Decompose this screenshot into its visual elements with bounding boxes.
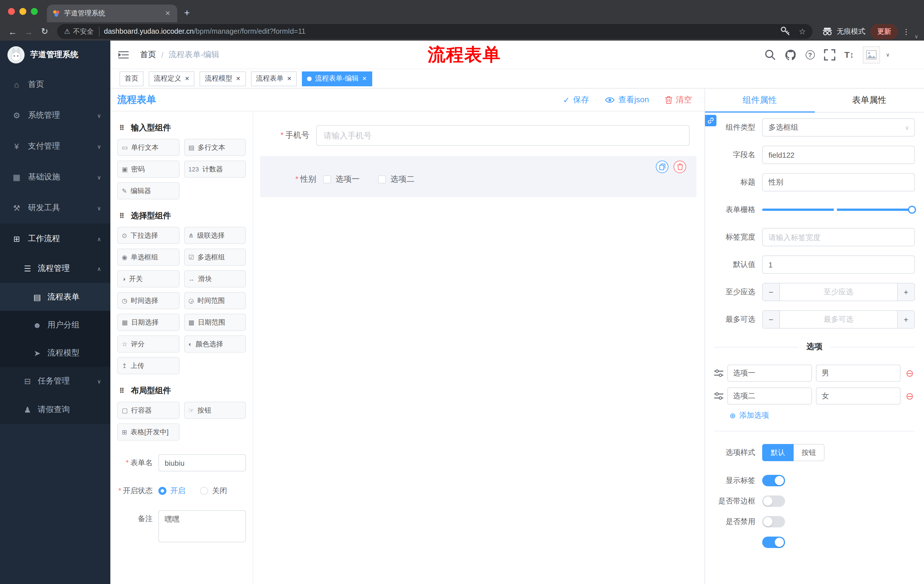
tag-process-form[interactable]: 流程表单✕ (251, 71, 297, 86)
search-icon[interactable] (764, 49, 776, 60)
field-name-input[interactable] (762, 146, 915, 164)
user-avatar[interactable] (863, 46, 880, 63)
palette-item-password[interactable]: ▣密码 (117, 161, 179, 178)
tag-process-model[interactable]: 流程模型✕ (200, 71, 246, 86)
app-logo[interactable]: 芋道管理系统 (0, 41, 111, 69)
sidebar-item-process-mgmt[interactable]: ☰流程管理∧ (0, 254, 111, 283)
github-icon[interactable] (785, 49, 796, 60)
tag-process-definition[interactable]: 流程定义✕ (148, 71, 195, 86)
sidebar-item-payment-mgmt[interactable]: ¥支付管理∨ (0, 131, 111, 162)
default-value-input[interactable] (762, 255, 915, 274)
component-type-select[interactable]: 多选框组∨ (762, 118, 915, 137)
option-label-input[interactable] (727, 387, 812, 405)
palette-item-button[interactable]: ☞按钮 (184, 402, 246, 419)
palette-item-single-line-text[interactable]: ▭单行文本 (117, 139, 179, 156)
form-remark-textarea[interactable]: 嘿嘿 (158, 510, 246, 542)
palette-item-counter[interactable]: 123计数器 (184, 161, 246, 178)
sidebar-item-workflow[interactable]: ⊞工作流程∧ (0, 224, 111, 254)
palette-item-row-container[interactable]: ▢行容器 (117, 402, 179, 419)
increase-button[interactable]: + (897, 311, 914, 328)
add-option-button[interactable]: ⊕添加选项 (714, 410, 915, 421)
security-chip[interactable]: ⚠ 不安全 (64, 26, 99, 36)
remove-option-button[interactable]: ⊖ (904, 391, 915, 401)
sidebar-item-process-model[interactable]: ➤流程模型 (0, 339, 111, 367)
required-switch[interactable] (762, 536, 785, 548)
label-width-input[interactable] (762, 228, 915, 246)
show-label-switch[interactable] (762, 475, 785, 486)
palette-item-date-range[interactable]: ▩日期范围 (184, 314, 246, 331)
palette-item-date-picker[interactable]: ▦日期选择 (117, 314, 179, 331)
palette-item-table[interactable]: ⊞表格[开发中] (117, 423, 179, 441)
toolbar-chevron-icon[interactable]: ∨ (914, 34, 919, 41)
palette-item-radio-group[interactable]: ◉单选框组 (117, 248, 179, 266)
form-name-input[interactable] (158, 454, 246, 471)
max-select-value[interactable]: 最多可选 (780, 311, 897, 328)
window-close-button[interactable] (8, 8, 15, 15)
sidebar-item-task-mgmt[interactable]: ⊟任务管理∨ (0, 367, 111, 395)
close-icon[interactable]: ✕ (236, 76, 241, 82)
tab-close-icon[interactable]: ✕ (164, 10, 172, 17)
remove-option-button[interactable]: ⊖ (904, 368, 915, 378)
forward-button[interactable]: → (21, 24, 36, 39)
palette-item-upload[interactable]: ↥上传 (117, 357, 179, 374)
palette-item-editor[interactable]: ✎编辑器 (117, 182, 179, 199)
fullscreen-icon[interactable] (823, 49, 835, 60)
increase-button[interactable]: + (897, 283, 914, 301)
window-zoom-button[interactable] (31, 8, 38, 15)
window-minimize-button[interactable] (20, 8, 26, 15)
decrease-button[interactable]: − (763, 311, 780, 328)
back-button[interactable]: ← (5, 24, 21, 39)
style-button-button[interactable]: 按钮 (794, 444, 825, 461)
slider-handle[interactable] (908, 206, 916, 214)
disabled-switch[interactable] (762, 516, 785, 527)
tab-form-props[interactable]: 表单属性 (815, 89, 924, 112)
style-default-button[interactable]: 默认 (762, 444, 794, 461)
close-icon[interactable]: ✕ (362, 76, 367, 82)
update-button[interactable]: 更新 (871, 24, 898, 39)
palette-item-checkbox-group[interactable]: ☑多选框组 (184, 248, 246, 266)
bookmark-star-icon[interactable]: ☆ (799, 27, 806, 36)
sidebar-item-home[interactable]: ⌂首页 (0, 69, 111, 100)
sidebar-item-leave-query[interactable]: ♟请假查询 (0, 395, 111, 424)
gender-checkbox-option2[interactable]: 选项二 (378, 174, 414, 184)
status-radio-closed[interactable]: 关闭 (200, 486, 227, 496)
sidebar-item-infrastructure[interactable]: ▦基础设施∨ (0, 162, 111, 192)
view-json-button[interactable]: 查看json (605, 95, 649, 105)
palette-item-select[interactable]: ⊙下拉选择 (117, 227, 179, 244)
palette-item-cascader[interactable]: ⋔级联选择 (184, 227, 246, 244)
address-bar[interactable]: ⚠ 不安全 dashboard.yudao.iocoder.cn/bpm/man… (57, 24, 813, 39)
avatar-caret-icon[interactable]: ∨ (886, 52, 890, 58)
selected-widget-gender[interactable]: 性别 选项一 选项二 (260, 156, 696, 197)
new-tab-button[interactable]: + (177, 7, 197, 22)
drag-option-icon[interactable] (714, 392, 723, 400)
phone-input[interactable] (316, 125, 690, 146)
gender-checkbox-option1[interactable]: 选项一 (323, 174, 360, 184)
palette-item-switch[interactable]: ◑开关 (117, 270, 179, 288)
palette-item-time-range[interactable]: ◶时间范围 (184, 292, 246, 309)
palette-item-time-picker[interactable]: ◷时间选择 (117, 292, 179, 309)
sidebar-item-user-group[interactable]: ☻用户分组 (0, 311, 111, 339)
save-button[interactable]: ✓保存 (563, 95, 589, 105)
breadcrumb-home[interactable]: 首页 (140, 49, 156, 60)
font-size-icon[interactable]: T↕ (844, 50, 854, 59)
close-icon[interactable]: ✕ (185, 76, 190, 82)
palette-item-slider[interactable]: ↔滑块 (184, 270, 246, 288)
decrease-button[interactable]: − (763, 283, 780, 301)
collapse-sidebar-icon[interactable] (118, 51, 129, 59)
tab-component-props[interactable]: 组件属性 (705, 89, 815, 112)
palette-item-multi-line-text[interactable]: ▤多行文本 (184, 139, 246, 156)
palette-item-rate[interactable]: ☆评分 (117, 336, 179, 352)
password-key-icon[interactable] (780, 26, 791, 37)
palette-item-color-picker[interactable]: ◐颜色选择 (184, 336, 246, 352)
delete-widget-button[interactable] (673, 161, 686, 173)
close-icon[interactable]: ✕ (287, 76, 292, 82)
sidebar-item-system-mgmt[interactable]: ⚙系统管理∨ (0, 100, 111, 131)
option-value-input[interactable] (816, 387, 901, 405)
copy-field-link-button[interactable] (705, 115, 716, 126)
status-radio-open[interactable]: 开启 (158, 486, 185, 496)
drag-option-icon[interactable] (714, 369, 723, 377)
sidebar-item-dev-tools[interactable]: ⚒研发工具∨ (0, 192, 111, 224)
option-label-input[interactable] (727, 365, 812, 382)
browser-menu-icon[interactable]: ⋮ (898, 27, 914, 36)
tag-home[interactable]: 首页 (119, 71, 144, 86)
